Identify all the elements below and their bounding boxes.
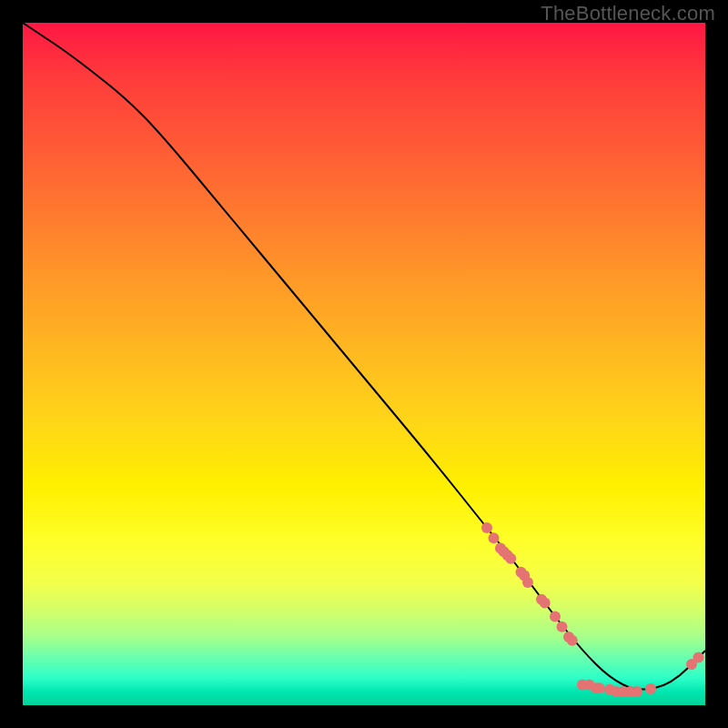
- scatter-point: [693, 652, 704, 663]
- scatter-point: [594, 682, 605, 693]
- curve-line: [23, 23, 705, 690]
- scatter-point: [499, 546, 510, 557]
- chart-container: TheBottleneck.com: [0, 0, 728, 728]
- scatter-point: [489, 532, 500, 543]
- scatter-points: [481, 522, 704, 697]
- watermark-text: TheBottleneck.com: [541, 2, 715, 25]
- scatter-point: [550, 612, 561, 622]
- scatter-point: [540, 598, 551, 609]
- scatter-point: [567, 635, 578, 646]
- scatter-point: [557, 622, 568, 632]
- scatter-point: [632, 686, 642, 697]
- scatter-point: [519, 571, 530, 581]
- scatter-point: [481, 522, 492, 533]
- chart-overlay: [23, 23, 705, 705]
- scatter-point: [645, 683, 656, 694]
